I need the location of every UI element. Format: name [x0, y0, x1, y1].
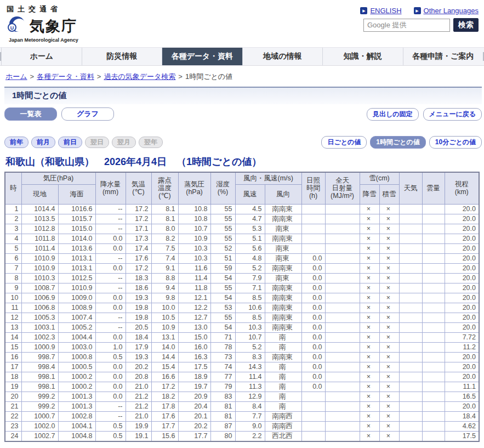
table-cell — [422, 214, 445, 224]
prev-day-button[interactable]: 前日 — [58, 137, 82, 148]
table-cell: 18.4 — [445, 411, 479, 421]
table-cell: 20.0 — [445, 243, 479, 253]
table-cell: 10.9 — [151, 322, 178, 332]
breadcrumb-home[interactable]: ホーム — [5, 72, 27, 81]
table-cell: × — [360, 322, 379, 332]
col-wind-group: 風向・風速(m/s) — [235, 172, 301, 184]
table-row: 16998.71000.80.519.314.416.3738.3南南東0.0×… — [5, 352, 479, 362]
nav-item-applications[interactable]: 各種申請・ご案内 — [403, 48, 483, 65]
other-languages-link[interactable]: ▶ Other Languages — [414, 7, 479, 15]
table-cell: 17.2 — [126, 263, 151, 273]
table-cell: 南 — [265, 342, 301, 352]
table-cell: 1000.9 — [21, 342, 58, 352]
table-cell: 8.3 — [235, 352, 265, 362]
table-cell: × — [360, 382, 379, 392]
table-cell — [325, 342, 360, 352]
table-cell: 南東 — [265, 224, 301, 234]
table-cell: 52 — [210, 243, 235, 253]
back-to-menu-button[interactable]: メニューに戻る — [423, 108, 482, 121]
agency-name: 気象庁 — [30, 16, 77, 36]
table-cell: 16 — [5, 352, 21, 362]
table-cell — [422, 392, 445, 401]
table-cell: 15.4 — [151, 362, 178, 372]
nav-item-home[interactable]: ホーム — [1, 48, 82, 65]
table-cell: 18.2 — [151, 392, 178, 401]
site-search-input[interactable] — [363, 19, 450, 32]
table-cell — [399, 283, 422, 293]
table-cell: 998.1 — [21, 382, 58, 392]
breadcrumb-data-resources[interactable]: 各種データ・資料 — [37, 72, 94, 81]
table-cell — [422, 204, 445, 214]
breadcrumb-past-weather-search[interactable]: 過去の気象データ検索 — [104, 72, 175, 81]
hourly-values-tab[interactable]: 1時間ごとの値 — [370, 136, 426, 149]
daily-values-tab[interactable]: 日ごとの値 — [321, 136, 367, 149]
table-cell: 17.2 — [126, 214, 151, 224]
top-nav: ホーム 防災情報 各種データ・資料 地域の情報 知識・解説 各種申請・ご案内 — [0, 47, 484, 66]
table-cell — [422, 263, 445, 273]
next-year-button: 翌年 — [139, 137, 163, 148]
other-languages-label: Other Languages — [424, 7, 479, 15]
table-cell: 0.0 — [95, 372, 126, 382]
table-cell: × — [379, 234, 399, 243]
table-cell: 0.0 — [301, 313, 325, 322]
table-cell: 1.0 — [95, 342, 126, 352]
nav-item-disaster-info[interactable]: 防災情報 — [82, 48, 162, 65]
table-cell: 1 — [5, 204, 21, 214]
table-cell: 12.2 — [178, 303, 210, 313]
table-cell: 0.0 — [301, 352, 325, 362]
table-cell: 998.1 — [21, 372, 58, 382]
table-cell: 1015.7 — [58, 214, 95, 224]
table-row: 121005.31007.4--19.810.512.7558.5南南東0.0×… — [5, 313, 479, 322]
table-cell: 1005.3 — [21, 313, 58, 322]
table-cell: 20.0 — [445, 234, 479, 243]
search-button[interactable]: 検索 — [453, 18, 479, 32]
table-cell — [399, 293, 422, 303]
site-header: 国土交通省 U 気象庁 Japan Meteorological Agency … — [0, 0, 484, 47]
table-cell: 0.5 — [95, 431, 126, 441]
table-row: 17998.41000.50.020.215.417.57414.3南0.0××… — [5, 362, 479, 372]
table-cell: 20.5 — [126, 322, 151, 332]
table-cell — [325, 411, 360, 421]
table-cell: 0.0 — [301, 372, 325, 382]
table-cell: 0.0 — [95, 243, 126, 253]
english-link-label: ENGLISH — [370, 7, 401, 15]
table-cell: 7.4 — [151, 253, 178, 263]
table-cell: 18.6 — [126, 283, 151, 293]
table-cell: 1005.2 — [58, 322, 95, 332]
table-cell: 1000.7 — [21, 411, 58, 421]
table-cell: 19 — [5, 382, 21, 392]
table-cell: 1002.7 — [21, 431, 58, 441]
prev-year-button[interactable]: 前年 — [4, 137, 29, 148]
table-cell: 17.5 — [178, 362, 210, 372]
table-cell: 5.2 — [235, 263, 265, 273]
table-cell — [325, 421, 360, 431]
col-wind-direction: 風向 — [265, 184, 301, 204]
table-cell — [399, 382, 422, 392]
logo-block[interactable]: 国土交通省 U 気象庁 Japan Meteorological Agency — [7, 4, 78, 45]
prev-month-button[interactable]: 前月 — [31, 137, 55, 148]
table-cell: 11.4 — [178, 273, 210, 283]
table-row: 231002.01004.10.519.917.720.2879.0南南西××4… — [5, 421, 479, 431]
nav-item-knowledge[interactable]: 知識・解説 — [322, 48, 403, 65]
table-cell: 0.0 — [301, 303, 325, 313]
table-cell: × — [360, 411, 379, 421]
ten-minute-values-tab[interactable]: 10分ごとの値 — [429, 136, 482, 149]
view-graph-button[interactable]: グラフ — [61, 107, 114, 121]
breadcrumb-separator: > — [97, 72, 101, 81]
table-cell: 0.5 — [95, 421, 126, 431]
table-cell: × — [379, 224, 399, 234]
table-cell: 55 — [210, 214, 235, 224]
view-table-button[interactable]: 一覧表 — [4, 107, 57, 121]
table-cell: × — [379, 411, 399, 421]
agency-name-en: Japan Meteorological Agency — [9, 37, 78, 43]
table-cell: 12.9 — [235, 392, 265, 401]
table-cell: × — [360, 431, 379, 441]
nav-item-data-resources[interactable]: 各種データ・資料 — [162, 48, 242, 65]
table-row: 51011.41013.60.017.47.510.3525.6南東××20.0 — [5, 243, 479, 253]
english-link[interactable]: ▶ ENGLISH — [360, 7, 401, 15]
table-cell — [422, 253, 445, 263]
fix-header-button[interactable]: 見出しの固定 — [367, 108, 419, 121]
nav-item-regional-info[interactable]: 地域の情報 — [242, 48, 323, 65]
table-cell — [422, 313, 445, 322]
table-cell: × — [379, 332, 399, 342]
